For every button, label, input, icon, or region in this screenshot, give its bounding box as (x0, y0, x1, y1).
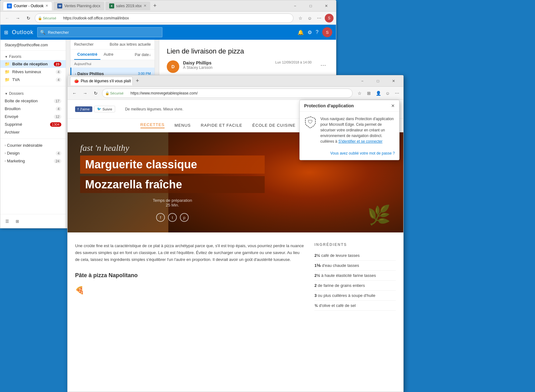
more-actions-button[interactable]: ⋯ (318, 60, 329, 70)
filter-other[interactable]: Autre (100, 49, 116, 60)
sidebar-folders-section: ▼ Dossiers Boîte de réception 17 Brouill… (0, 88, 66, 137)
lock-icon-2: 🔒 (105, 91, 110, 95)
email-view-title: Lien de livraison de pizza (167, 47, 329, 55)
new-tab-button[interactable]: + (151, 3, 159, 9)
fb-like-button[interactable]: f J'aime (75, 106, 92, 112)
follow-button[interactable]: 🐦 Suivre (94, 106, 115, 112)
address-wrapper-1: 🔒 Sécurisé (35, 13, 293, 23)
dreams-count: 4 (56, 70, 61, 74)
user-icon-2[interactable]: 👤 (374, 89, 382, 97)
address-input-2[interactable] (102, 89, 353, 98)
sidebar-item-sent[interactable]: Envoyé 12 (0, 113, 66, 120)
deleted-count: 1304 (50, 122, 61, 127)
menu-rapide[interactable]: RAPIDE ET FACILE (201, 123, 242, 128)
popup-close-button[interactable]: ✕ (391, 103, 395, 108)
ingredient-2: 1⅓ d'eau chaude tasses (314, 261, 396, 271)
veg-main-content: Une croûte fine est la caractéristique d… (75, 242, 304, 311)
sidebar-item-deleted[interactable]: Supprimé 1304 (0, 120, 66, 128)
sidebar-item-marketing[interactable]: › Marketing 24 (0, 157, 66, 165)
tab-excel-label: sales 2019.xlsx (116, 4, 142, 8)
ingredients-list: 2¼ café de levure tasses 1⅓ d'eau chaude… (314, 251, 396, 311)
email-from-name: Daisy Phillips (183, 60, 272, 65)
veg-social: f J'aime 🐦 Suivre (75, 106, 115, 112)
tab-outlook[interactable]: O Courrier - Outlook ✕ (3, 2, 52, 10)
tab-outlook-close[interactable]: ✕ (45, 4, 48, 8)
ingredient-3-amount: 2½ (314, 273, 320, 278)
close-button-1[interactable]: ✕ (319, 2, 334, 10)
filter-sort[interactable]: Par date ↓ (135, 49, 151, 60)
popup-body: 🛡 Vous naviguez dans Protection d'applic… (300, 112, 399, 149)
refresh-button-2[interactable]: ↻ (91, 89, 100, 98)
emoji-icon[interactable]: ☺ (384, 89, 391, 97)
star-icon[interactable]: ☆ (297, 14, 304, 22)
security-label-1: Sécurisé (43, 16, 56, 20)
filter-focused[interactable]: Concentré (74, 49, 100, 60)
menu-menus[interactable]: MENUS (175, 123, 191, 128)
sidebar-favorites-section: ▼ Favoris 📁 Boîte de réception 23 📁 Rêve… (0, 51, 66, 85)
apps-icon[interactable]: ⊞ (365, 89, 373, 97)
sidebar-item-dreams[interactable]: 📁 Rêves lumineux 4 (0, 68, 66, 76)
popup-footer[interactable]: Vous avez oublié votre mot de passe ? (300, 149, 399, 160)
maximize-button-1[interactable]: □ (303, 2, 318, 10)
favorites-group-header[interactable]: ▼ Favoris (0, 52, 66, 60)
ingredient-6-unit: d'olive et café de sel (319, 303, 355, 308)
archive-label: Archiver (5, 130, 20, 135)
email-list-header: Rechercher Boîte aux lettres actuelle (70, 40, 155, 49)
address-input-1[interactable] (35, 13, 293, 23)
popup-signin-link[interactable]: S'identifier et se connecter (338, 139, 382, 144)
hero-content: fast 'n healthy Marguerite classique Moz… (80, 132, 265, 232)
menu-ecole[interactable]: ÉCOLE DE CUISINE (252, 123, 296, 128)
sidebar-item-tva[interactable]: 📁 TVA 4 (0, 76, 66, 84)
pizza-icon: 🍕 (75, 284, 84, 297)
tab-word[interactable]: W Ventes Planning.docx (54, 2, 104, 10)
sidebar-item-junk[interactable]: › Courrier indésirable (0, 141, 66, 149)
tab-vegetables[interactable]: 🍅 Plus de légumes s'il vous plaît ✕ (70, 77, 133, 85)
help-icon[interactable]: ? (316, 29, 318, 35)
menu-recettes[interactable]: RECETTES (140, 122, 165, 128)
minimize-button-2[interactable]: − (355, 77, 369, 85)
forward-button-1[interactable]: → (13, 14, 22, 23)
sidebar-item-inbox[interactable]: 📁 Boîte de réception 23 (0, 60, 66, 68)
header-avatar[interactable]: S (322, 27, 332, 37)
hero-pinterest-icon[interactable]: p (180, 213, 189, 222)
folders-group-header[interactable]: ▼ Dossiers (0, 89, 66, 97)
drafts-label: Brouillon (5, 106, 21, 111)
list-view-icon[interactable]: ☰ (3, 217, 12, 226)
hero-subtitle2-box: Mozzarella fraîche (80, 176, 265, 193)
filter-tabs: Concentré Autre Par date ↓ (70, 49, 155, 60)
sidebar-item-design[interactable]: › Design 4 (0, 149, 66, 157)
feedback-icon[interactable]: ☺ (306, 14, 313, 22)
ingredient-4-amount: 2 (314, 283, 317, 288)
sidebar-divider-2 (0, 139, 66, 139)
back-button-1[interactable]: ← (3, 14, 12, 23)
minimize-button-1[interactable]: − (288, 2, 302, 10)
maximize-button-2[interactable]: □ (371, 77, 385, 85)
sidebar-item-drafts[interactable]: Brouillon 4 (0, 105, 66, 113)
close-button-2[interactable]: ✕ (386, 77, 401, 85)
tab-excel[interactable]: X sales 2019.xlsx ✕ (105, 2, 150, 10)
new-tab-button-2[interactable]: + (134, 78, 141, 84)
veg-tagline: De meilleurs légumes. Mieux vivre. (125, 107, 183, 111)
user-avatar-1[interactable]: S (325, 14, 334, 23)
tab-outlook-label: Courrier - Outlook (14, 4, 43, 8)
protection-popup: Protection d'application ✕ 🛡 Vous navigu… (299, 100, 400, 160)
sidebar-divider-1 (0, 86, 66, 86)
settings-icon-2[interactable]: ⋯ (393, 89, 401, 97)
star-icon-2[interactable]: ☆ (356, 89, 363, 97)
hero-twitter-icon[interactable]: t (168, 213, 177, 222)
outlook-search-box[interactable]: 🔍 Rechercher (37, 27, 162, 37)
forgot-password-link[interactable]: Vous avez oublié votre mot de passe ? (330, 151, 395, 155)
waffle-icon[interactable]: ⊞ (4, 29, 8, 35)
grid-view-icon[interactable]: ⊞ (13, 217, 22, 226)
back-button-2[interactable]: ← (70, 89, 79, 98)
sidebar-item-archive[interactable]: Archiver (0, 128, 66, 136)
refresh-button-1[interactable]: ↻ (24, 14, 33, 23)
hero-fb-icon[interactable]: f (156, 213, 165, 222)
tab-excel-close[interactable]: ✕ (144, 4, 146, 8)
notification-icon[interactable]: 🔔 (298, 29, 304, 35)
sidebar-item-inbox2[interactable]: Boîte de réception 17 (0, 97, 66, 105)
forward-button-2[interactable]: → (81, 89, 89, 98)
email-group-today: Aujourd'hui (70, 60, 155, 68)
settings-icon[interactable]: ⚙ (308, 29, 312, 35)
settings-icon-1[interactable]: ⋯ (315, 14, 323, 22)
